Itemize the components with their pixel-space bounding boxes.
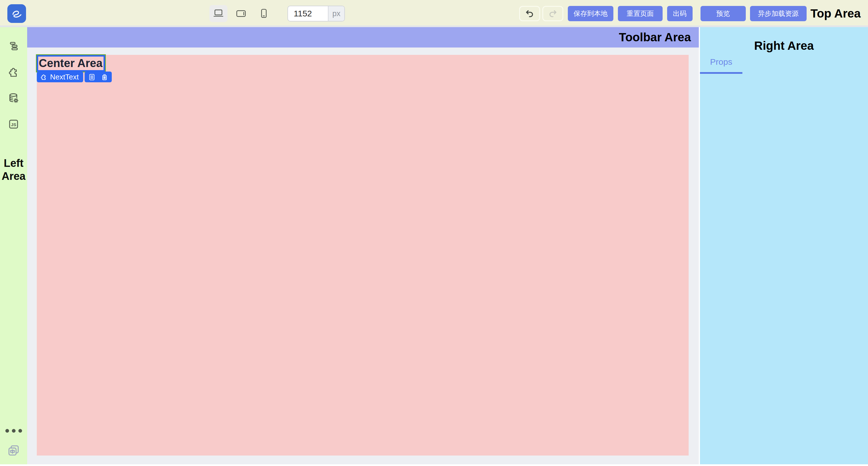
device-tablet-button[interactable] [232,5,250,22]
viewport-width-control: px [287,6,345,22]
selection-actions-chip [85,71,112,82]
js-schema-icon[interactable]: JS [8,118,20,130]
redo-icon [547,8,559,20]
undo-icon [524,8,535,20]
delete-node-button[interactable] [101,73,108,81]
desktop-icon [212,7,225,20]
props-tab-label: Props [700,57,742,67]
redo-button[interactable] [542,6,563,21]
selection-toolbar: NextText [37,71,112,82]
viewport-device-group: px [209,0,345,27]
right-panel: Right Area Props [699,27,868,464]
mobile-icon [257,7,270,20]
top-bar-actions: 保存到本地 重置页面 出码 预览 异步加载资源 Top Area [519,0,861,27]
more-ellipsis-icon[interactable] [0,429,27,433]
components-puzzle-icon[interactable] [8,66,20,78]
selected-component-chip[interactable]: NextText [37,71,83,82]
preview-button[interactable]: 预览 [701,6,746,21]
generate-code-button[interactable]: 出码 [667,6,692,21]
reset-page-button[interactable]: 重置页面 [618,6,662,21]
main-row: JS Left Area Toolbar Area [0,27,868,464]
tablet-icon [235,7,247,20]
simulator-page[interactable]: Center Area NextText [37,55,689,456]
left-rail-icons: JS [0,27,27,144]
top-area-label: Top Area [811,7,861,20]
lowcode-engine-logo-icon [10,7,24,20]
left-rail: JS Left Area [0,27,27,464]
device-mobile-button[interactable] [255,5,273,22]
i18n-locale-icon[interactable] [7,444,20,457]
top-bar: px 保存到本地 重置页面 出码 预览 异步加载资源 Top Are [0,0,868,27]
copy-node-button[interactable] [88,73,96,81]
device-desktop-button[interactable] [209,5,227,22]
design-canvas[interactable]: Center Area NextText [27,47,699,464]
component-puzzle-icon [40,73,47,80]
toolbar-area: Toolbar Area [27,27,699,47]
undo-button[interactable] [519,6,540,21]
outline-tree-icon[interactable] [8,40,20,52]
async-load-button[interactable]: 异步加载资源 [750,6,807,21]
datasource-icon[interactable] [8,92,20,104]
copy-icon [88,73,96,81]
trash-icon [101,73,108,81]
js-icon-text: JS [11,122,16,127]
tab-props[interactable]: Props [700,57,742,74]
page-title: Center Area [39,57,102,70]
viewport-width-unit: px [328,6,344,21]
props-tab-active-underline [700,72,742,74]
save-local-button[interactable]: 保存到本地 [568,6,613,21]
app-logo[interactable] [7,4,26,23]
right-area-label: Right Area [700,39,868,53]
selected-title-node[interactable]: Center Area [37,55,105,71]
center-column: Toolbar Area Center Area NextText [27,27,699,464]
toolbar-area-label: Toolbar Area [619,31,691,44]
selected-component-label: NextText [50,73,79,81]
left-area-label: Left Area [0,157,27,183]
viewport-width-input[interactable] [288,6,328,21]
